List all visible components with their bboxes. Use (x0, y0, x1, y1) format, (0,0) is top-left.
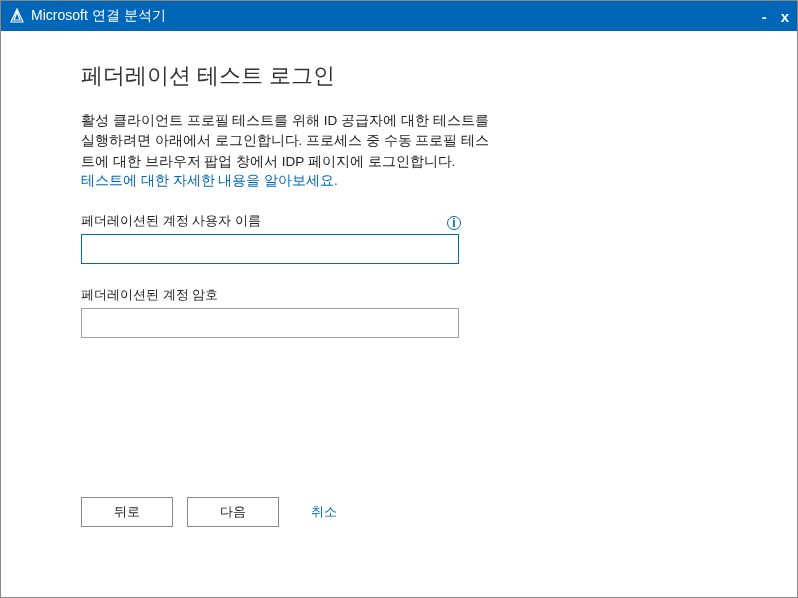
learn-more-link[interactable]: 테스트에 대한 자세한 내용을 알아보세요. (81, 172, 737, 190)
page-description: 활성 클라이언트 프로필 테스트를 위해 ID 공급자에 대한 테스트를 실행하… (81, 111, 501, 172)
username-input[interactable] (81, 234, 459, 264)
next-button[interactable]: 다음 (187, 497, 279, 527)
page-title: 페더레이션 테스트 로그인 (81, 61, 737, 91)
app-logo-icon (9, 8, 25, 24)
content-area: 페더레이션 테스트 로그인 활성 클라이언트 프로필 테스트를 위해 ID 공급… (1, 31, 797, 597)
password-group: 페더레이션된 계정 암호 (81, 286, 737, 338)
app-title: Microsoft 연결 분석기 (31, 7, 166, 25)
cancel-link[interactable]: 취소 (311, 503, 337, 521)
username-label-row: 페더레이션된 계정 사용자 이름 i (81, 212, 461, 234)
window-controls: - x (762, 8, 789, 25)
close-button[interactable]: x (781, 8, 789, 25)
app-window: Microsoft 연결 분석기 - x 페더레이션 테스트 로그인 활성 클라… (0, 0, 798, 598)
titlebar: Microsoft 연결 분석기 - x (1, 1, 797, 31)
info-icon[interactable]: i (447, 216, 461, 230)
password-input[interactable] (81, 308, 459, 338)
username-group: 페더레이션된 계정 사용자 이름 i (81, 212, 737, 264)
username-label: 페더레이션된 계정 사용자 이름 (81, 212, 261, 230)
button-row: 뒤로 다음 취소 (81, 497, 337, 527)
password-label: 페더레이션된 계정 암호 (81, 286, 737, 304)
minimize-button[interactable]: - (762, 8, 767, 25)
back-button[interactable]: 뒤로 (81, 497, 173, 527)
titlebar-left: Microsoft 연결 분석기 (9, 7, 166, 25)
